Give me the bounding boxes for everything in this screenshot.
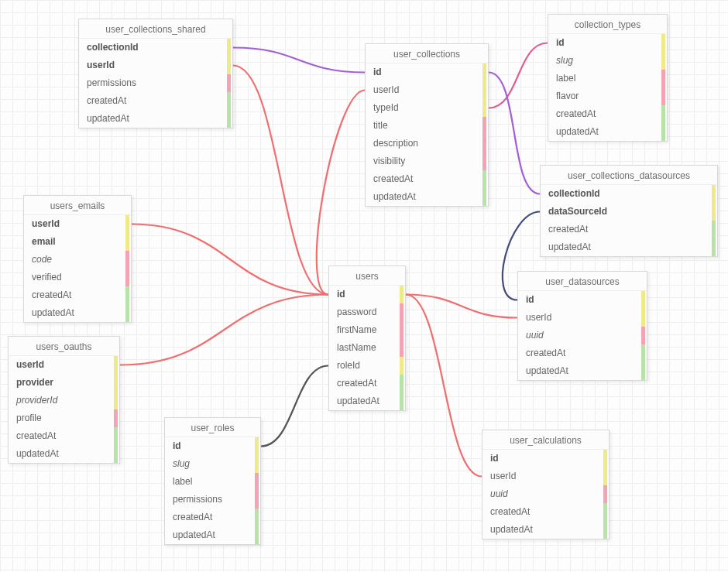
field-lastName[interactable]: lastName [329, 339, 405, 357]
field-visibility[interactable]: visibility [366, 152, 488, 170]
field-userId[interactable]: userId [9, 356, 119, 374]
stripe-seg [227, 92, 231, 110]
field-slug[interactable]: slug [165, 455, 260, 473]
field-updatedAt[interactable]: updatedAt [165, 526, 260, 544]
field-password[interactable]: password [329, 303, 405, 321]
field-createdAt[interactable]: createdAt [24, 286, 131, 304]
stripe-seg [712, 203, 716, 221]
diagram-canvas[interactable]: user_collections_sharedcollectionIduserI… [0, 0, 728, 572]
field-verified[interactable]: verified [24, 269, 131, 286]
field-userId[interactable]: userId [79, 57, 232, 74]
stripe-seg [400, 339, 403, 357]
stripe [227, 39, 231, 128]
field-label[interactable]: label [165, 473, 260, 491]
field-dataSourceId[interactable]: dataSourceId [541, 203, 717, 221]
stripe-seg [255, 455, 259, 473]
field-typeId[interactable]: typeId [366, 99, 488, 117]
table-user_collections[interactable]: user_collectionsiduserIdtypeIdtitledescr… [365, 43, 489, 207]
stripe-seg [114, 409, 118, 427]
field-slug[interactable]: slug [548, 52, 667, 70]
table-rows: iduserIduuidcreatedAtupdatedAt [518, 291, 647, 380]
field-createdAt[interactable]: createdAt [165, 509, 260, 526]
field-uuid[interactable]: uuid [482, 485, 609, 503]
field-provider[interactable]: provider [9, 374, 119, 392]
stripe-seg [603, 521, 607, 539]
field-updatedAt[interactable]: updatedAt [541, 238, 717, 256]
field-uuid[interactable]: uuid [518, 327, 647, 344]
field-providerId[interactable]: providerId [9, 392, 119, 409]
field-updatedAt[interactable]: updatedAt [79, 110, 232, 128]
stripe-seg [125, 304, 129, 322]
stripe-seg [125, 286, 129, 304]
stripe-seg [125, 215, 129, 233]
field-createdAt[interactable]: createdAt [366, 170, 488, 188]
table-user_roles[interactable]: user_rolesidsluglabelpermissionscreatedA… [164, 417, 261, 545]
field-label[interactable]: label [548, 70, 667, 87]
stripe-seg [482, 63, 486, 81]
field-code[interactable]: code [24, 251, 131, 269]
field-createdAt[interactable]: createdAt [541, 221, 717, 238]
table-collection_types[interactable]: collection_typesidsluglabelflavorcreated… [548, 14, 668, 142]
stripe-seg [712, 185, 716, 203]
table-rows: idsluglabelflavorcreatedAtupdatedAt [548, 34, 667, 141]
field-createdAt[interactable]: createdAt [329, 375, 405, 392]
field-updatedAt[interactable]: updatedAt [329, 392, 405, 410]
field-profile[interactable]: profile [9, 409, 119, 427]
field-permissions[interactable]: permissions [79, 74, 232, 92]
stripe [603, 450, 607, 539]
edge-users_emails-userId-to-users-id [132, 224, 328, 295]
stripe-seg [227, 110, 231, 128]
field-createdAt[interactable]: createdAt [518, 344, 647, 362]
field-title[interactable]: title [366, 117, 488, 135]
field-id[interactable]: id [165, 437, 260, 455]
stripe-seg [603, 503, 607, 521]
stripe-seg [255, 526, 259, 544]
field-updatedAt[interactable]: updatedAt [366, 188, 488, 206]
field-updatedAt[interactable]: updatedAt [518, 362, 647, 380]
edge-user_collections_shared-collectionId-to-user_collections-id [233, 48, 365, 73]
field-updatedAt[interactable]: updatedAt [548, 123, 667, 141]
field-updatedAt[interactable]: updatedAt [482, 521, 609, 539]
field-createdAt[interactable]: createdAt [482, 503, 609, 521]
stripe-seg [400, 357, 403, 375]
field-description[interactable]: description [366, 135, 488, 152]
field-id[interactable]: id [329, 286, 405, 303]
table-user_calculations[interactable]: user_calculationsiduserIduuidcreatedAtup… [482, 430, 610, 539]
field-firstName[interactable]: firstName [329, 321, 405, 339]
field-collectionId[interactable]: collectionId [541, 185, 717, 203]
table-user_datasources[interactable]: user_datasourcesiduserIduuidcreatedAtupd… [517, 271, 647, 381]
field-collectionId[interactable]: collectionId [79, 39, 232, 57]
field-id[interactable]: id [548, 34, 667, 52]
stripe-seg [641, 327, 645, 344]
stripe-seg [482, 152, 486, 170]
stripe-seg [114, 356, 118, 374]
table-rows: idsluglabelpermissionscreatedAtupdatedAt [165, 437, 260, 544]
stripe-seg [227, 57, 231, 74]
stripe-seg [482, 81, 486, 99]
table-users[interactable]: usersidpasswordfirstNamelastNameroleIdcr… [328, 265, 406, 411]
field-userId[interactable]: userId [518, 309, 647, 327]
stripe-seg [482, 117, 486, 135]
field-createdAt[interactable]: createdAt [9, 427, 119, 445]
table-title: user_calculations [482, 430, 609, 450]
table-users_emails[interactable]: users_emailsuserIdemailcodeverifiedcreat… [23, 195, 132, 323]
field-updatedAt[interactable]: updatedAt [24, 304, 131, 322]
field-id[interactable]: id [482, 450, 609, 468]
table-title: users_emails [24, 196, 131, 215]
table-user_collections_datasources[interactable]: user_collections_datasourcescollectionId… [540, 165, 718, 257]
field-id[interactable]: id [366, 63, 488, 81]
field-roleId[interactable]: roleId [329, 357, 405, 375]
field-userId[interactable]: userId [482, 468, 609, 485]
stripe-seg [400, 303, 403, 321]
field-userId[interactable]: userId [366, 81, 488, 99]
field-userId[interactable]: userId [24, 215, 131, 233]
field-createdAt[interactable]: createdAt [548, 105, 667, 123]
table-users_oauths[interactable]: users_oauthsuserIdproviderproviderIdprof… [8, 336, 120, 464]
field-flavor[interactable]: flavor [548, 87, 667, 105]
field-email[interactable]: email [24, 233, 131, 251]
table-user_collections_shared[interactable]: user_collections_sharedcollectionIduserI… [78, 19, 233, 128]
field-createdAt[interactable]: createdAt [79, 92, 232, 110]
field-updatedAt[interactable]: updatedAt [9, 445, 119, 463]
field-id[interactable]: id [518, 291, 647, 309]
field-permissions[interactable]: permissions [165, 491, 260, 509]
